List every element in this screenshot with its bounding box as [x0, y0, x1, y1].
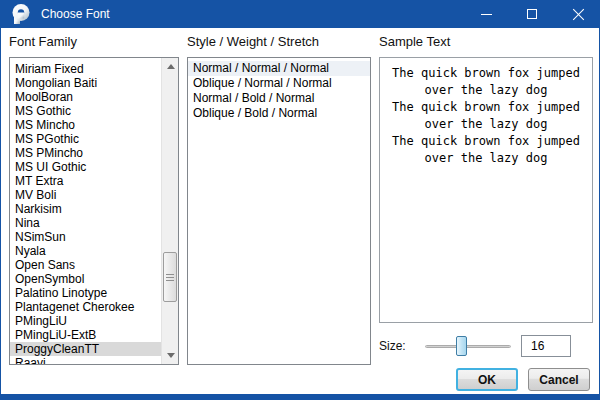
sample-text-box: The quick brown fox jumpedover the lazy … — [379, 57, 593, 323]
style-item[interactable]: Normal / Normal / Normal — [188, 61, 370, 76]
scrollbar-thumb[interactable] — [163, 252, 177, 302]
close-button[interactable] — [555, 0, 600, 28]
cancel-button[interactable]: Cancel — [528, 368, 590, 391]
style-label: Style / Weight / Stretch — [187, 34, 319, 49]
scroll-up-button[interactable] — [162, 58, 179, 75]
size-input[interactable] — [521, 335, 571, 357]
font-family-item[interactable]: Plantagenet Cherokee — [10, 300, 161, 314]
font-family-item[interactable]: MV Boli — [10, 188, 161, 202]
titlebar: Choose Font — [1, 0, 600, 28]
sample-text-label: Sample Text — [379, 34, 450, 49]
maximize-icon — [527, 9, 537, 19]
scroll-up-icon — [167, 64, 175, 69]
style-item[interactable]: Oblique / Normal / Normal — [188, 76, 370, 91]
app-icon — [10, 3, 32, 25]
sample-line: The quick brown fox jumped — [380, 65, 592, 82]
font-family-item[interactable]: PMingLiU-ExtB — [10, 328, 161, 342]
font-family-item[interactable]: MoolBoran — [10, 90, 161, 104]
font-family-item[interactable]: PMingLiU — [10, 314, 161, 328]
size-slider-thumb[interactable] — [456, 336, 467, 356]
font-family-item[interactable]: Open Sans — [10, 258, 161, 272]
font-list-scrollbar[interactable] — [161, 58, 178, 364]
sample-line: The quick brown fox jumped — [380, 133, 592, 150]
font-family-item[interactable]: Miriam Fixed — [10, 62, 161, 76]
font-family-item[interactable]: MS PMincho — [10, 146, 161, 160]
font-family-item[interactable]: ProggyCleanTT — [10, 342, 161, 356]
font-family-item[interactable]: MS PGothic — [10, 132, 161, 146]
choose-font-dialog: Choose Font Font Family Style / Weight /… — [0, 0, 600, 400]
minimize-icon — [481, 14, 492, 15]
font-family-item[interactable]: OpenSymbol — [10, 272, 161, 286]
style-weight-stretch-list[interactable]: Normal / Normal / NormalOblique / Normal… — [187, 57, 371, 365]
font-family-item[interactable]: Mongolian Baiti — [10, 76, 161, 90]
sample-line: over the lazy dog — [380, 82, 592, 99]
thumb-grip — [166, 274, 174, 275]
font-family-item[interactable]: Nina — [10, 216, 161, 230]
scroll-down-icon — [167, 353, 175, 358]
font-family-item[interactable]: Nyala — [10, 244, 161, 258]
font-family-item[interactable]: MT Extra — [10, 174, 161, 188]
font-family-item[interactable]: Palatino Linotype — [10, 286, 161, 300]
sample-line: over the lazy dog — [380, 116, 592, 133]
font-family-label: Font Family — [9, 34, 77, 49]
font-family-item[interactable]: MS Mincho — [10, 118, 161, 132]
minimize-button[interactable] — [463, 0, 509, 28]
scroll-down-button[interactable] — [162, 347, 179, 364]
maximize-button[interactable] — [509, 0, 555, 28]
font-family-item[interactable]: Raavi — [10, 356, 161, 365]
font-family-item[interactable]: MS UI Gothic — [10, 160, 161, 174]
size-label: Size: — [379, 339, 406, 353]
window-bottom-border — [1, 394, 600, 400]
font-family-item[interactable]: MS Gothic — [10, 104, 161, 118]
font-family-item[interactable]: NSimSun — [10, 230, 161, 244]
close-icon — [572, 8, 585, 21]
size-slider-track[interactable] — [425, 345, 511, 348]
sample-line: over the lazy dog — [380, 150, 592, 167]
style-item[interactable]: Oblique / Bold / Normal — [188, 106, 370, 121]
size-slider[interactable] — [425, 336, 511, 356]
sample-line: The quick brown fox jumped — [380, 99, 592, 116]
style-item[interactable]: Normal / Bold / Normal — [188, 91, 370, 106]
ok-button[interactable]: OK — [456, 368, 518, 391]
font-family-item[interactable]: Narkisim — [10, 202, 161, 216]
font-family-list[interactable]: Miriam FixedMongolian BaitiMoolBoranMS G… — [9, 57, 179, 365]
window-title: Choose Font — [41, 7, 463, 21]
